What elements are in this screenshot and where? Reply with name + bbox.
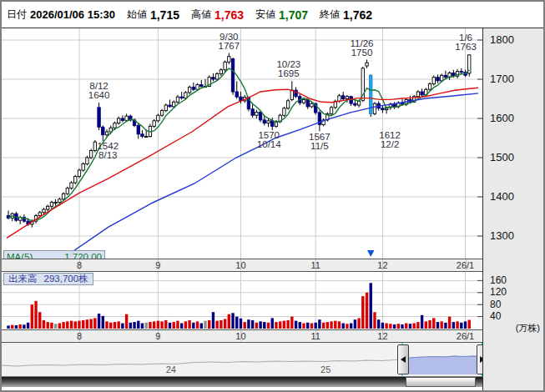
chevron-left-icon	[401, 356, 406, 363]
candlestick-chart: 8/12164015428/139/301767157010/1410/2316…	[2, 28, 482, 259]
open-value: 1,715	[150, 8, 179, 22]
month-axis-label: 11	[303, 260, 328, 270]
month-axis-label: 26/1	[453, 331, 478, 341]
price-annotation: 1767	[219, 41, 240, 51]
price-axis-label: 1800	[490, 34, 514, 46]
price-axis-label: 1500	[490, 152, 514, 163]
volume-axis-label: 40	[490, 311, 501, 322]
volume-axis-label: 80	[490, 299, 501, 310]
volume-axis-label: 160	[490, 275, 507, 286]
open-label: 始値	[127, 8, 147, 22]
navigator-chart: 2425	[2, 343, 482, 376]
price-axis-label: 1700	[490, 73, 514, 85]
month-axis-label: 12	[370, 331, 395, 341]
event-marker-icon	[367, 250, 374, 257]
y-axis-panel: (万株) 1800170016001500140013001601208040	[482, 28, 543, 390]
price-annotation: 10/14	[257, 139, 281, 149]
high-value: 1,763	[214, 8, 244, 22]
close-value: 1,762	[343, 8, 372, 22]
stock-chart-window: 日付 2026/01/06 15:30 始値 1,715 高値 1,763 安値…	[0, 0, 545, 392]
navigator-year-label: 25	[320, 364, 331, 374]
volume-axis-label: 120	[490, 287, 507, 298]
price-axis-label: 1400	[490, 191, 514, 203]
horizontal-scrollbar[interactable]	[2, 377, 482, 387]
quote-header: 日付 2026/01/06 15:30 始値 1,715 高値 1,763 安値…	[2, 2, 543, 28]
price-chart-pane: 8/12164015428/139/301767157010/1410/2316…	[2, 28, 482, 259]
low-value: 1,707	[279, 8, 308, 22]
month-axis-label: 11	[303, 331, 328, 341]
price-annotation: 1695	[278, 68, 300, 78]
price-annotation: 1750	[351, 48, 373, 58]
date-value: 2026/01/06 15:30	[30, 8, 115, 21]
month-axis-label: 8	[67, 331, 92, 341]
scrollbar-thumb[interactable]	[406, 377, 476, 387]
price-axis-label: 1300	[490, 230, 514, 242]
close-label: 終値	[320, 8, 340, 22]
month-axis-label: 12	[370, 260, 395, 270]
price-annotation: 11/5	[310, 141, 329, 151]
volume-legend: 出来高293,700株	[3, 273, 93, 285]
price-annotation: 12/2	[381, 139, 399, 149]
navigator-year-label: 24	[166, 364, 176, 374]
price-annotation: 1640	[88, 90, 110, 100]
month-axis-label: 10	[228, 331, 253, 341]
x-axis-strip-upper: 8910111226/1	[2, 259, 482, 272]
volume-value: 293,700株	[44, 274, 88, 284]
volume-label: 出来高	[8, 274, 38, 284]
month-axis-label: 9	[145, 331, 170, 341]
price-annotation: 8/13	[98, 150, 117, 160]
navigator-left-handle[interactable]	[397, 344, 409, 374]
month-axis-label: 9	[145, 260, 170, 270]
volume-unit-label: (万株)	[495, 322, 540, 334]
month-axis-label: 10	[228, 260, 253, 270]
low-label: 安値	[255, 8, 275, 22]
price-axis-label: 1600	[490, 113, 514, 124]
range-navigator[interactable]: 2425	[2, 343, 482, 377]
date-label: 日付	[7, 8, 27, 22]
x-axis-strip-lower: 8910111226/1	[2, 329, 482, 343]
month-axis-label: 26/1	[453, 260, 478, 270]
price-annotation: 1763	[455, 42, 477, 52]
month-axis-label: 8	[67, 260, 92, 270]
high-label: 高値	[191, 8, 211, 22]
